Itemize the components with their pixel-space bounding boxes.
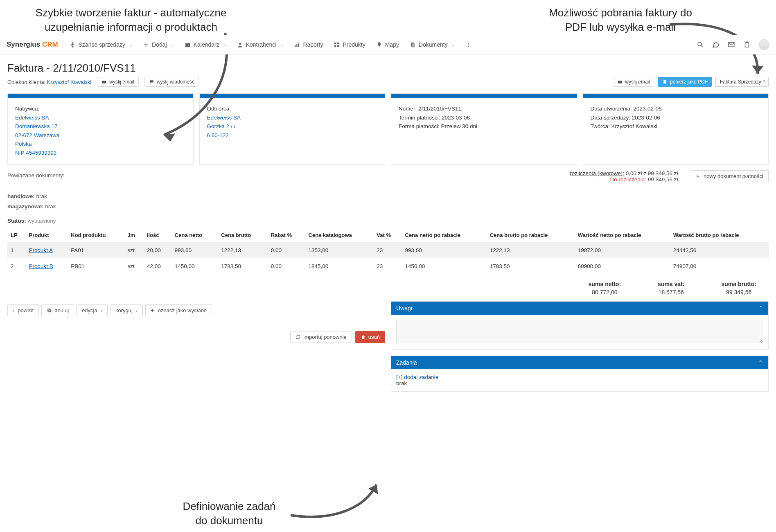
back-button[interactable]: powrót xyxy=(7,304,39,316)
sum-vat-label: suma vat: xyxy=(658,281,684,287)
clipboard-icon[interactable] xyxy=(743,41,751,48)
table-row: 2Produkt BPB01szt42,001450,001783,500,00… xyxy=(7,258,769,274)
buyer-nip[interactable]: NIP:4545939393 xyxy=(15,150,56,156)
buyer-street[interactable]: Domaniewska 17 xyxy=(15,123,58,129)
edit-button[interactable]: edycja xyxy=(77,304,108,316)
send-message-button[interactable]: wyślij wiadomość xyxy=(144,77,199,87)
th-code: Kod produktu xyxy=(68,228,124,242)
tasks-panel: Zadania [+] dodaj zadanie brak xyxy=(391,356,769,392)
avatar[interactable] xyxy=(759,39,769,50)
th-net-after: Cena netto po rabacie xyxy=(402,228,487,242)
new-payment-doc-button[interactable]: nowy dokument płatności xyxy=(691,170,769,182)
owner-label: Opiekun klienta: Krzysztof Kowalski xyxy=(7,79,91,85)
sum-gross-label: suma brutto: xyxy=(721,281,756,287)
th-net: Cena netto xyxy=(171,228,218,242)
svg-rect-6 xyxy=(337,42,339,44)
th-gross: Cena brutto xyxy=(218,228,267,242)
svg-rect-3 xyxy=(297,44,298,47)
reimport-button[interactable]: importuj ponownie xyxy=(290,331,352,343)
tasks-panel-head[interactable]: Zadania xyxy=(391,356,768,369)
settlements-line1: rozliczenia (kwotowe): 0,00 zł z 99 349,… xyxy=(570,170,678,176)
invoice-type-select[interactable]: Faktura Sprzedaży xyxy=(715,77,769,87)
svg-rect-17 xyxy=(746,42,748,43)
send-email-button-2[interactable]: wyślij email xyxy=(613,77,654,87)
related-warehouse: magazynowe: brak xyxy=(7,201,562,212)
dollar-icon xyxy=(70,42,76,48)
sums: suma netto:80 772,00 suma vat:18 577,56 … xyxy=(7,274,769,300)
tasks-none: brak xyxy=(396,380,407,386)
page-title: Faktura - 2/11/2010/FVS11 xyxy=(7,62,769,74)
meta-row: Opiekun klienta: Krzysztof Kowalski wyśl… xyxy=(7,77,769,87)
meta-author: Twórca: Krzysztof Kowalski xyxy=(591,122,761,131)
person-icon xyxy=(237,42,243,48)
nav-documents[interactable]: Dokumenty xyxy=(410,41,455,48)
owner-link[interactable]: Krzysztof Kowalski xyxy=(47,79,91,85)
search-icon[interactable] xyxy=(697,41,704,48)
svg-rect-8 xyxy=(337,45,339,47)
nav-contractors[interactable]: Kontrahenci xyxy=(237,41,284,48)
svg-rect-10 xyxy=(412,43,415,47)
callout-top-left: Szybkie tworzenie faktur - automatyczne … xyxy=(20,6,241,34)
card-details: Numer: 2/11/2010/FVS11 Termin płatności:… xyxy=(391,93,577,165)
page: Faktura - 2/11/2010/FVS11 Opiekun klient… xyxy=(0,54,776,399)
bottom-actions: importuj ponownie usuń xyxy=(7,331,385,343)
buyer-name[interactable]: Edelweiss SA xyxy=(15,115,49,121)
chat-icon[interactable] xyxy=(712,41,720,48)
card-recipient: Odbiorca: Edelweiss SA Gorzka 2 / / 6 60… xyxy=(199,93,386,165)
product-link[interactable]: Produkt A xyxy=(29,247,53,253)
sum-net-label: suma netto: xyxy=(589,281,621,287)
svg-rect-7 xyxy=(334,45,336,47)
svg-point-13 xyxy=(468,46,469,47)
pin-icon xyxy=(376,42,382,48)
download-pdf-button[interactable]: pobierz jako PDF xyxy=(658,77,712,87)
svg-point-1 xyxy=(239,43,241,45)
nav-sales-opportunities[interactable]: Szanse sprzedaży xyxy=(70,41,132,48)
recipient-label: Odbiorca: xyxy=(207,104,378,113)
th-unit: Jm xyxy=(124,228,143,242)
related-row: Powiązane dokumenty: handlowe: brak maga… xyxy=(7,170,769,212)
tasks-title: Zadania xyxy=(396,359,417,366)
th-discount: Rabat % xyxy=(268,228,305,242)
recipient-name[interactable]: Edelweiss SA xyxy=(207,115,241,121)
nav-more[interactable] xyxy=(465,42,471,48)
notes-panel-head[interactable]: Uwagi: xyxy=(391,302,768,315)
svg-rect-4 xyxy=(298,43,300,47)
buyer-label: Nabywca: xyxy=(15,104,186,113)
recipient-code[interactable]: 6 60-122 xyxy=(207,132,229,138)
docs-icon xyxy=(410,42,416,48)
notes-panel: Uwagi: xyxy=(391,301,769,350)
mail-icon[interactable] xyxy=(728,41,735,48)
th-vat: Vat % xyxy=(373,228,402,242)
status-row: Status: wystawiony xyxy=(7,218,769,224)
detail-due: Termin płatności: 2023-03-06 xyxy=(399,113,569,122)
notes-textarea[interactable] xyxy=(396,320,763,343)
send-email-button[interactable]: wyślij email xyxy=(97,77,139,87)
cancel-button[interactable]: anuluj xyxy=(41,304,74,316)
correct-button[interactable]: koryguj xyxy=(110,304,143,316)
topbar: Synergius CRM Szanse sprzedaży Dodaj Kal… xyxy=(0,35,776,54)
th-val-net: Wartość netto po rabacie xyxy=(575,228,670,242)
buyer-city[interactable]: 02-672 Warszawa xyxy=(15,132,59,138)
product-link[interactable]: Produkt B xyxy=(29,263,53,269)
buyer-country[interactable]: Polska xyxy=(15,141,32,147)
callout-top-right: Możliwość pobrania faktury do PDF lub wy… xyxy=(539,6,702,34)
mark-sent-button[interactable]: oznacz jako wysłane xyxy=(145,304,212,316)
nav: Szanse sprzedaży Dodaj Kalendarz Kontrah… xyxy=(70,41,697,48)
nav-reports[interactable]: Raporty xyxy=(294,41,323,48)
envelope-icon xyxy=(102,79,107,85)
calendar-icon xyxy=(185,42,191,48)
envelope-icon xyxy=(617,79,623,85)
svg-rect-18 xyxy=(102,81,106,83)
card-buyer: Nabywca: Edelweiss SA Domaniewska 17 02-… xyxy=(7,93,194,165)
delete-button[interactable]: usuń xyxy=(355,331,385,343)
notes-title: Uwagi: xyxy=(396,305,414,311)
nav-maps[interactable]: Mapy xyxy=(376,41,399,48)
related-label: Powiązane dokumenty: xyxy=(7,170,562,181)
nav-calendar[interactable]: Kalendarz xyxy=(185,41,226,48)
nav-products[interactable]: Produkty xyxy=(334,41,365,48)
nav-add[interactable]: Dodaj xyxy=(143,41,174,48)
svg-point-11 xyxy=(468,42,469,43)
chevron-up-icon xyxy=(758,305,763,311)
recipient-street[interactable]: Gorzka 2 / / xyxy=(207,123,236,129)
add-task-link[interactable]: [+] dodaj zadanie xyxy=(396,374,438,380)
